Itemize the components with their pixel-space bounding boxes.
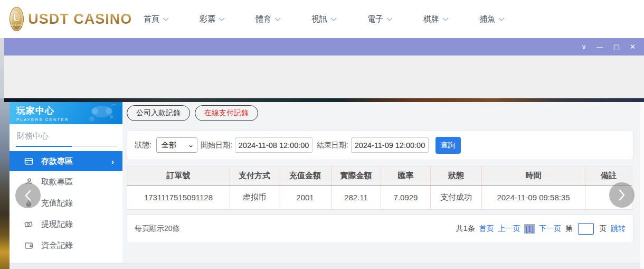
- logo-coin-icon: U CASINO: [10, 7, 24, 31]
- tab-online-payment-record[interactable]: 在線支付記錄: [195, 105, 258, 121]
- nav-item-home[interactable]: 首頁: [144, 14, 169, 24]
- col-payment-method: 支付方式: [230, 166, 279, 185]
- nav-item-live[interactable]: 視訊: [311, 14, 337, 24]
- window-collapse-icon[interactable]: ∨: [581, 43, 586, 50]
- query-button[interactable]: 查詢: [435, 137, 461, 154]
- brand-name: USDT CASINO: [28, 11, 132, 27]
- table-row: 1731117515091128 虚拟币 2001 282.11 7.0929 …: [127, 185, 632, 210]
- record-tabs: 公司入款記錄 在線支付記錄: [127, 105, 644, 121]
- nav-label: 棋牌: [423, 14, 439, 24]
- chevron-down-icon: [163, 17, 169, 21]
- cell-exchange-rate: 7.0929: [381, 185, 431, 210]
- sidebar-header: 玩家中心 PLAYERS CENTER: [10, 102, 122, 124]
- window-body-blank: [4, 55, 644, 98]
- right-edge-strip: [640, 102, 644, 269]
- page-background-strip: [0, 38, 4, 98]
- jump-suffix-text: 页: [599, 224, 607, 234]
- chevron-right-icon: [617, 189, 627, 201]
- carousel-left-button[interactable]: [15, 183, 41, 208]
- sidebar-item-withdrawal-record[interactable]: 提現記錄: [10, 214, 122, 235]
- chevron-left-icon: [23, 190, 33, 201]
- end-date-label: 結束日期:: [317, 141, 348, 150]
- col-actual-amount: 實際金額: [332, 166, 381, 185]
- chevron-down-icon: [330, 17, 337, 21]
- nav-item-sports[interactable]: 體育: [255, 14, 281, 24]
- wallet-icon: [24, 241, 33, 250]
- start-date-label: 開始日期:: [201, 141, 232, 150]
- banner-strip: [4, 98, 644, 102]
- jump-prefix-text: 第: [565, 224, 573, 234]
- nav-label: 視訊: [311, 14, 327, 24]
- sidebar-section-title: 財務中心: [10, 124, 122, 141]
- col-time: 時間: [482, 166, 585, 185]
- col-order-number: 訂單號: [127, 166, 230, 185]
- status-label: 狀態:: [135, 141, 151, 150]
- cell-actual-amount: 282.11: [332, 185, 381, 210]
- window-maximize-icon[interactable]: □: [613, 43, 620, 50]
- end-date-input[interactable]: [351, 137, 429, 153]
- total-count-text: 共1条: [456, 224, 475, 234]
- nav-item-cards[interactable]: 棋牌: [423, 14, 449, 24]
- nav-label: 體育: [255, 14, 271, 24]
- chevron-down-icon: [386, 17, 393, 21]
- chevron-down-icon: [219, 17, 225, 21]
- current-page-indicator: [1]: [524, 224, 535, 234]
- cell-time: 2024-11-09 09:58:35: [482, 185, 585, 210]
- bottom-strip: [10, 263, 644, 269]
- col-exchange-rate: 匯率: [381, 166, 431, 185]
- records-table: 訂單號 支付方式 充值金額 實際金額 匯率 狀態 時間 備註 173111751…: [127, 166, 632, 210]
- filter-bar: 狀態: 全部 ⌄ 開始日期: 結束日期: 查詢: [127, 130, 633, 160]
- deposit-card-icon: [24, 157, 33, 166]
- jump-page-input[interactable]: [578, 223, 594, 235]
- status-select-value: 全部: [162, 141, 176, 150]
- cell-order-number: 1731117515091128: [127, 185, 230, 210]
- cell-payment-method: 虚拟币: [230, 185, 279, 210]
- nav-label: 電子: [367, 14, 383, 24]
- cell-recharge-amount: 2001: [279, 185, 332, 210]
- next-page-link[interactable]: 下一页: [539, 224, 561, 234]
- carousel-right-button[interactable]: [609, 182, 634, 208]
- main-nav: 首頁 彩票 體育 視訊 電子 棋牌 捕魚: [144, 14, 505, 24]
- page-background-photo-strip: [0, 98, 10, 269]
- table-header-row: 訂單號 支付方式 充值金額 實際金額 匯率 狀態 時間 備註: [127, 166, 632, 185]
- page-size-text: 每頁顯示20條: [135, 224, 180, 234]
- content-panel: 公司入款記錄 在線支付記錄 狀態: 全部 ⌄ 開始日期: 結束日期: 查詢 訂單…: [122, 102, 644, 269]
- cell-status: 支付成功: [431, 185, 482, 210]
- first-page-link[interactable]: 首页: [479, 224, 494, 234]
- nav-item-slots[interactable]: 電子: [367, 14, 393, 24]
- col-status: 狀態: [431, 166, 482, 185]
- window-close-icon[interactable]: ✕: [630, 43, 636, 50]
- pagination-controls: 共1条 首页 上一页 [1] 下一页 第 页 跳转: [456, 223, 626, 235]
- sidebar-item-fund-record[interactable]: 資金記錄: [10, 235, 122, 256]
- sidebar: 玩家中心 PLAYERS CENTER 財務中心 存款專區 ›: [10, 102, 122, 263]
- chevron-down-icon: [442, 17, 449, 21]
- brand-logo[interactable]: U CASINO USDT CASINO: [10, 7, 132, 31]
- sidebar-item-label: 存款專區: [41, 156, 73, 166]
- window-controls: ∨ — □ ✕: [581, 43, 636, 50]
- window-minimize-icon[interactable]: —: [596, 43, 603, 50]
- sidebar-divider: [16, 146, 117, 147]
- status-select[interactable]: 全部 ⌄: [156, 137, 197, 153]
- chevron-down-icon: [498, 17, 505, 21]
- col-recharge-amount: 充值金額: [279, 166, 332, 185]
- sidebar-item-deposit-zone[interactable]: 存款專區 ›: [10, 151, 122, 171]
- sidebar-item-label: 取款專區: [41, 177, 73, 187]
- logo-mini-text: CASINO: [10, 23, 23, 26]
- site-header: U CASINO USDT CASINO 首頁 彩票 體育 視訊 電子 棋牌: [0, 0, 644, 38]
- main-content: 玩家中心 PLAYERS CENTER 財務中心 存款專區 ›: [10, 102, 644, 269]
- sidebar-item-label: 充值記錄: [41, 198, 73, 208]
- nav-label: 彩票: [200, 14, 215, 24]
- logo-letter: U: [13, 12, 20, 23]
- nav-item-fishing[interactable]: 捕魚: [479, 14, 505, 24]
- prev-page-link[interactable]: 上一页: [498, 224, 520, 234]
- nav-label: 首頁: [144, 14, 159, 24]
- jump-button[interactable]: 跳转: [611, 224, 626, 234]
- tab-company-deposit-record[interactable]: 公司入款記錄: [127, 105, 190, 121]
- nav-item-lottery[interactable]: 彩票: [200, 14, 225, 24]
- start-date-input[interactable]: [235, 137, 312, 153]
- banknote-icon: [24, 220, 33, 229]
- nav-label: 捕魚: [479, 14, 495, 24]
- sidebar-item-label: 提現記錄: [41, 219, 73, 229]
- chevron-down-icon: [274, 17, 281, 21]
- chevron-right-icon: ›: [111, 157, 114, 166]
